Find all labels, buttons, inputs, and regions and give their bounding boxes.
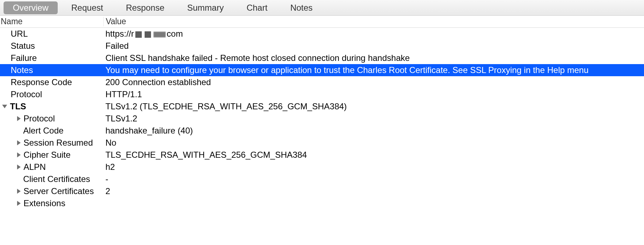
row-alpn[interactable]: ALPN h2 xyxy=(0,161,644,173)
disclosure-right-icon[interactable] xyxy=(17,152,21,157)
disclosure-right-icon[interactable] xyxy=(17,189,21,194)
redacted-block xyxy=(154,32,166,37)
tab-notes[interactable]: Notes xyxy=(281,1,322,14)
disclosure-right-icon[interactable] xyxy=(17,201,21,206)
value-notes: You may need to configure your browser o… xyxy=(103,65,644,75)
value-alpn: h2 xyxy=(103,162,644,172)
redacted-block xyxy=(135,31,142,38)
value-cipher-suite: TLS_ECDHE_RSA_WITH_AES_256_GCM_SHA384 xyxy=(103,150,644,160)
column-headers: Name Value xyxy=(0,16,644,28)
value-url: https://rcom xyxy=(103,29,644,39)
row-notes[interactable]: Notes You may need to configure your bro… xyxy=(0,64,644,76)
label-url: URL xyxy=(11,29,28,39)
row-client-certificates[interactable]: Client Certificates - xyxy=(0,173,644,185)
value-response-code: 200 Connection established xyxy=(103,77,644,87)
row-protocol[interactable]: Protocol HTTP/1.1 xyxy=(0,88,644,100)
row-extensions[interactable]: Extensions xyxy=(0,197,644,209)
value-client-certificates: - xyxy=(103,174,644,184)
label-notes: Notes xyxy=(11,65,33,75)
value-server-certificates: 2 xyxy=(103,186,644,196)
row-tls[interactable]: TLS TLSv1.2 (TLS_ECDHE_RSA_WITH_AES_256_… xyxy=(0,100,644,113)
disclosure-right-icon[interactable] xyxy=(17,116,21,121)
label-client-certificates: Client Certificates xyxy=(23,174,90,184)
value-status: Failed xyxy=(103,41,644,51)
label-protocol: Protocol xyxy=(11,89,42,99)
row-status[interactable]: Status Failed xyxy=(0,40,644,52)
label-server-certificates: Server Certificates xyxy=(24,186,94,196)
tab-overview[interactable]: Overview xyxy=(4,1,58,14)
tab-bar: Overview Request Response Summary Chart … xyxy=(0,0,644,16)
url-suffix: com xyxy=(167,29,183,38)
column-header-value[interactable]: Value xyxy=(103,17,644,26)
value-alert-code: handshake_failure (40) xyxy=(103,126,644,136)
row-tls-protocol[interactable]: Protocol TLSv1.2 xyxy=(0,113,644,125)
row-response-code[interactable]: Response Code 200 Connection established xyxy=(0,76,644,88)
tab-chart[interactable]: Chart xyxy=(237,1,277,14)
disclosure-right-icon[interactable] xyxy=(17,140,21,145)
value-tls-protocol: TLSv1.2 xyxy=(103,114,644,124)
disclosure-right-icon[interactable] xyxy=(17,165,21,170)
row-session-resumed[interactable]: Session Resumed No xyxy=(0,137,644,149)
row-alert-code[interactable]: Alert Code handshake_failure (40) xyxy=(0,125,644,137)
label-cipher-suite: Cipher Suite xyxy=(24,150,71,160)
label-status: Status xyxy=(11,41,35,51)
tab-response[interactable]: Response xyxy=(116,1,173,14)
overview-rows: URL https://rcom Status Failed Failure C… xyxy=(0,28,644,209)
label-response-code: Response Code xyxy=(11,77,72,87)
label-tls-protocol: Protocol xyxy=(24,114,55,124)
label-extensions: Extensions xyxy=(24,198,65,208)
row-url[interactable]: URL https://rcom xyxy=(0,28,644,40)
row-failure[interactable]: Failure Client SSL handshake failed - Re… xyxy=(0,52,644,64)
value-session-resumed: No xyxy=(103,138,644,148)
url-prefix: https://r xyxy=(105,29,134,38)
label-session-resumed: Session Resumed xyxy=(24,138,93,148)
label-alpn: ALPN xyxy=(24,162,46,172)
label-tls: TLS xyxy=(10,101,26,111)
disclosure-down-icon[interactable] xyxy=(2,105,7,108)
tab-summary[interactable]: Summary xyxy=(178,1,233,14)
redacted-block xyxy=(145,31,151,38)
value-protocol: HTTP/1.1 xyxy=(103,89,644,99)
column-header-name[interactable]: Name xyxy=(0,17,103,26)
label-alert-code: Alert Code xyxy=(23,126,63,136)
value-failure: Client SSL handshake failed - Remote hos… xyxy=(103,53,644,63)
value-tls: TLSv1.2 (TLS_ECDHE_RSA_WITH_AES_256_GCM_… xyxy=(103,101,644,111)
row-cipher-suite[interactable]: Cipher Suite TLS_ECDHE_RSA_WITH_AES_256_… xyxy=(0,149,644,161)
row-server-certificates[interactable]: Server Certificates 2 xyxy=(0,185,644,197)
tab-request[interactable]: Request xyxy=(62,1,112,14)
label-failure: Failure xyxy=(11,53,37,63)
